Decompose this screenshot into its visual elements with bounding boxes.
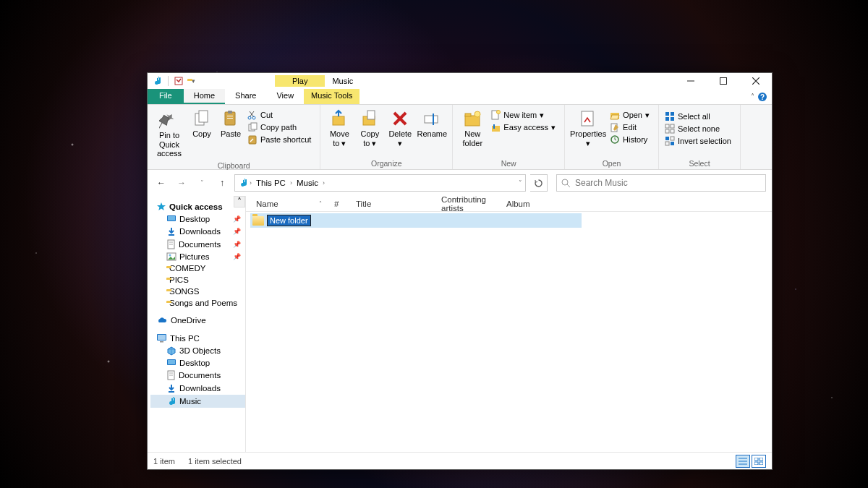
status-bar: 1 item 1 item selected <box>148 452 772 469</box>
svg-rect-7 <box>199 111 208 122</box>
back-button[interactable]: ← <box>153 175 169 191</box>
ribbon-group-open: Properties ▾ Open ▾ Edit History Open <box>565 105 659 169</box>
copy-path-button[interactable]: Copy path <box>246 121 315 133</box>
sidebar-item-documents[interactable]: Documents📌 <box>150 238 245 251</box>
file-tab[interactable]: File <box>148 89 184 104</box>
select-all-button[interactable]: Select all <box>663 111 736 122</box>
svg-rect-32 <box>665 112 669 116</box>
svg-rect-23 <box>465 114 471 116</box>
svg-rect-42 <box>665 142 669 145</box>
ribbon-group-organize: Move to ▾ Copy to ▾ Delete ▾ Rename Orga… <box>320 105 453 169</box>
item-label: COMEDY <box>169 264 205 273</box>
chevron-right-icon[interactable]: › <box>250 179 252 187</box>
help-icon[interactable]: ? <box>757 92 767 102</box>
tab-view[interactable]: View <box>266 89 304 104</box>
refresh-button[interactable] <box>530 174 548 192</box>
select-none-button[interactable]: Select none <box>663 123 736 134</box>
breadcrumb-this-pc[interactable]: This PC <box>253 177 289 189</box>
svg-rect-66 <box>754 458 758 461</box>
rename-button[interactable]: Rename <box>416 106 448 142</box>
chevron-right-icon[interactable]: › <box>290 179 292 187</box>
sidebar-scroll-up[interactable]: ˄ <box>234 196 245 207</box>
move-to-button[interactable]: Move to ▾ <box>325 106 354 150</box>
sidebar-item-songs[interactable]: SONGS <box>150 286 245 297</box>
svg-point-44 <box>562 179 568 185</box>
sidebar-item-pictures[interactable]: Pictures📌 <box>150 251 245 262</box>
minimize-button[interactable] <box>674 73 707 89</box>
item-icon <box>166 252 176 261</box>
new-group-label: New <box>457 159 560 169</box>
sidebar-item-documents[interactable]: Documents <box>150 369 245 382</box>
sidebar-item-songs-and-poems[interactable]: Songs and Poems <box>150 297 245 309</box>
sidebar-item-desktop[interactable]: Desktop <box>150 357 245 369</box>
tab-share[interactable]: Share <box>225 89 266 104</box>
copy-button[interactable]: Copy <box>188 106 216 142</box>
item-icon <box>166 239 176 249</box>
new-item-button[interactable]: New item ▾ <box>489 109 560 121</box>
ribbon-collapse-icon[interactable]: ˄ <box>751 93 754 100</box>
file-row[interactable]: New folder <box>250 213 582 228</box>
column-artist[interactable]: Contributing artists <box>435 196 501 211</box>
svg-rect-39 <box>671 129 674 133</box>
file-list[interactable]: New folder <box>246 212 772 452</box>
address-bar[interactable]: › This PC › Music › ˅ <box>234 174 526 192</box>
cut-button[interactable]: Cut <box>246 109 315 121</box>
column-headers: Name˄ # Title Contributing artists Album <box>246 196 772 212</box>
tab-home[interactable]: Home <box>184 89 225 104</box>
properties-button[interactable]: Properties ▾ <box>569 106 607 150</box>
recent-locations-button[interactable]: ˅ <box>194 175 210 191</box>
easy-access-button[interactable]: Easy access ▾ <box>489 121 560 133</box>
select-none-label: Select none <box>678 124 720 133</box>
item-label: Documents <box>179 371 221 380</box>
context-tab-header[interactable]: Play <box>275 75 325 87</box>
history-button[interactable]: History <box>608 134 654 145</box>
sidebar-quick-access[interactable]: Quick access <box>150 200 245 213</box>
column-name[interactable]: Name˄ <box>250 196 328 211</box>
copy-to-button[interactable]: Copy to ▾ <box>355 106 384 150</box>
svg-rect-19 <box>367 111 375 119</box>
address-dropdown-icon[interactable]: ˅ <box>519 179 522 187</box>
up-button[interactable]: ↑ <box>214 175 230 191</box>
paste-shortcut-button[interactable]: Paste shortcut <box>246 134 315 145</box>
view-icons-button[interactable] <box>752 455 766 468</box>
tab-music-tools[interactable]: Music Tools <box>304 89 359 104</box>
pin-icon: 📌 <box>233 215 244 223</box>
svg-rect-43 <box>671 142 674 145</box>
sidebar-item-downloads[interactable]: Downloads <box>150 382 245 395</box>
column-album[interactable]: Album <box>501 196 573 211</box>
sidebar-item-pics[interactable]: PICS <box>150 274 245 286</box>
svg-rect-35 <box>671 117 674 121</box>
breadcrumb-music[interactable]: Music <box>294 177 321 189</box>
chevron-right-icon[interactable]: › <box>323 179 325 187</box>
forward-button[interactable]: → <box>174 175 190 191</box>
sidebar-this-pc[interactable]: This PC <box>150 332 245 344</box>
item-icon <box>166 359 176 367</box>
edit-button[interactable]: Edit <box>608 121 654 133</box>
sidebar-item-3d-objects[interactable]: 3D Objects <box>150 344 245 357</box>
open-label: Open <box>623 111 642 119</box>
sidebar-onedrive[interactable]: OneDrive <box>150 314 245 326</box>
pin-to-quick-access-button[interactable]: Pin to Quick access <box>152 106 187 161</box>
rename-input[interactable]: New folder <box>267 215 311 226</box>
new-folder-button[interactable]: New folder <box>457 106 488 150</box>
open-button[interactable]: Open ▾ <box>608 109 654 121</box>
delete-button[interactable]: Delete ▾ <box>386 106 414 150</box>
invert-selection-button[interactable]: Invert selection <box>663 135 736 147</box>
close-button[interactable] <box>739 73 772 89</box>
paste-button[interactable]: Paste <box>217 106 244 142</box>
maximize-button[interactable] <box>707 73 739 89</box>
pc-icon <box>156 333 167 343</box>
sidebar-item-downloads[interactable]: Downloads📌 <box>150 225 245 238</box>
move-to-label: Move to <box>330 129 349 147</box>
column-title[interactable]: Title <box>350 196 435 211</box>
search-placeholder: Search Music <box>575 178 628 188</box>
item-label: SONGS <box>169 287 200 296</box>
organize-group-label: Organize <box>325 159 448 169</box>
sidebar-item-comedy[interactable]: COMEDY <box>150 262 245 274</box>
column-track[interactable]: # <box>328 196 350 211</box>
search-box[interactable]: Search Music <box>556 174 766 192</box>
view-details-button[interactable] <box>736 455 750 468</box>
sidebar-item-music[interactable]: Music <box>150 395 245 408</box>
sidebar-item-desktop[interactable]: Desktop📌 <box>150 213 245 225</box>
properties-qat-icon[interactable] <box>174 77 183 85</box>
